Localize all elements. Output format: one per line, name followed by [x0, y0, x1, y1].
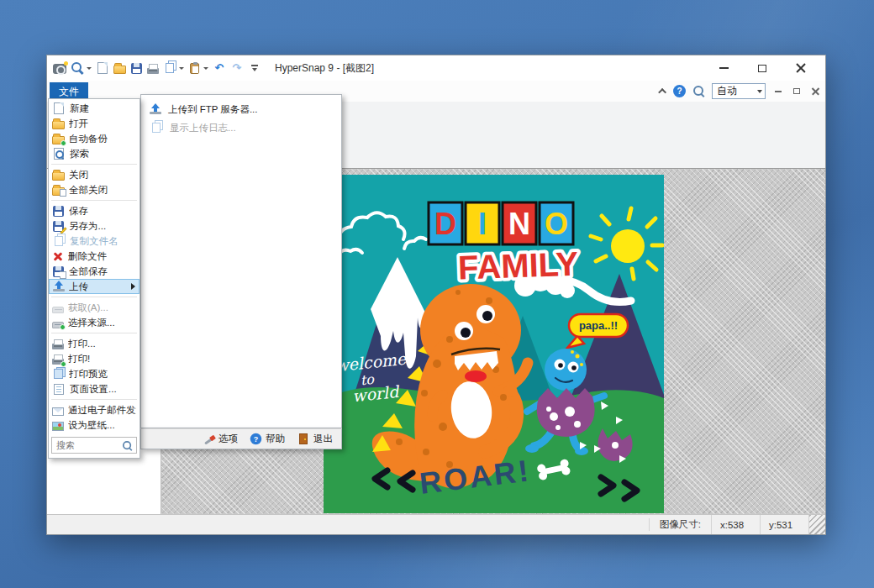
menu-item-acquire[interactable]: 获取(A)... — [49, 300, 140, 315]
menu-item-label: 全部关闭 — [69, 184, 108, 197]
chevron-down-icon[interactable] — [179, 67, 184, 70]
desktop-background: ↶ ↷ HyperSnap 9 - [截图2] 文件 自动 — [0, 0, 874, 588]
maximize-button[interactable] — [753, 60, 771, 76]
submenu-item-label: 显示上传日志... — [170, 122, 236, 134]
quick-access-toolbar: ↶ ↷ — [53, 61, 261, 75]
resize-grip[interactable] — [808, 515, 825, 534]
copy-icon[interactable] — [166, 63, 174, 73]
window-controls — [714, 60, 825, 76]
status-bar: 图像尺寸: x:538 y:531 — [47, 514, 825, 534]
menu-footer: 选项 帮助 退出 — [140, 428, 342, 449]
menu-separator — [51, 164, 137, 165]
menu-item-label: 获取(A)... — [68, 302, 108, 314]
help-label: 帮助 — [266, 433, 285, 445]
page-setup-icon — [54, 384, 64, 395]
block-letter: N — [508, 207, 530, 241]
close-file-icon — [52, 172, 65, 181]
print-icon — [52, 344, 64, 349]
menu-item-save-all[interactable]: 全部保存 — [49, 264, 140, 279]
search-icon[interactable] — [122, 440, 133, 451]
open-file-icon[interactable] — [113, 66, 126, 74]
capture-search-icon[interactable] — [71, 61, 84, 75]
chevron-down-icon[interactable] — [203, 67, 208, 70]
print-icon[interactable] — [147, 68, 159, 74]
menu-item-set-wallpaper[interactable]: 设为壁纸... — [49, 417, 140, 433]
help-icon[interactable] — [673, 85, 686, 97]
menu-item-label: 关闭 — [69, 169, 88, 181]
doc-close-button[interactable] — [809, 86, 821, 97]
save-icon[interactable] — [131, 63, 142, 74]
open-folder-icon — [52, 121, 65, 129]
menu-item-label: 通过电子邮件发送... — [68, 404, 136, 417]
menu-item-auto-backup[interactable]: 自动备份 — [49, 131, 140, 146]
print-preview-icon — [54, 369, 63, 379]
menu-separator — [51, 333, 137, 333]
menu-item-print[interactable]: 打印... — [49, 336, 140, 351]
acquire-icon — [52, 307, 64, 313]
menu-item-open[interactable]: 打开 — [49, 116, 140, 131]
wallpaper-icon — [52, 422, 64, 431]
menu-item-save-as[interactable]: 另存为... — [49, 218, 140, 234]
paste-icon[interactable] — [190, 63, 199, 74]
menu-separator — [51, 399, 137, 400]
menu-item-delete-file[interactable]: 删除文件 — [49, 249, 140, 264]
undo-icon[interactable]: ↶ — [213, 61, 226, 75]
menu-item-upload[interactable]: 上传 — [49, 279, 140, 294]
options-label: 选项 — [218, 433, 238, 445]
submenu-item-upload-ftp[interactable]: 上传到 FTP 服务器... — [141, 100, 341, 118]
menu-item-label: 设为壁纸... — [68, 419, 115, 432]
combo-dropdown[interactable] — [754, 84, 765, 98]
upload-submenu: 上传到 FTP 服务器... 显示上传日志... — [140, 94, 342, 428]
redo-icon[interactable]: ↷ — [230, 61, 244, 75]
save-as-icon — [53, 221, 64, 232]
exit-button[interactable]: 退出 — [297, 433, 333, 445]
menu-item-label: 页面设置... — [70, 383, 117, 396]
menu-separator — [51, 200, 137, 201]
menu-item-send-email[interactable]: 通过电子邮件发送... — [49, 402, 140, 417]
collapse-ribbon-icon[interactable] — [658, 88, 666, 97]
submenu-item-show-upload-log[interactable]: 显示上传日志... — [141, 118, 341, 137]
chevron-down-icon[interactable] — [87, 67, 92, 70]
minimize-button[interactable] — [714, 60, 733, 76]
menu-item-close[interactable]: 关闭 — [49, 167, 140, 182]
menu-item-close-all[interactable]: 全部关闭 — [49, 182, 140, 197]
menu-item-save[interactable]: 保存 — [49, 203, 140, 218]
doc-restore-button[interactable] — [791, 86, 803, 97]
menu-item-print-preview[interactable]: 打印预览 — [49, 366, 140, 381]
menu-item-label: 打印... — [68, 338, 96, 350]
help-icon — [250, 433, 262, 445]
menu-item-label: 复制文件名 — [70, 235, 118, 248]
exit-icon — [299, 433, 308, 444]
menu-item-label: 全部保存 — [69, 265, 108, 278]
submenu-arrow-icon — [131, 283, 135, 290]
menu-item-new[interactable]: 新建 — [49, 101, 140, 116]
upload-log-icon — [152, 123, 161, 133]
close-all-icon — [52, 187, 65, 196]
menu-search-box[interactable] — [51, 437, 137, 454]
block-letter: D — [434, 207, 456, 241]
menu-item-label: 打印! — [68, 353, 90, 365]
zoom-search-icon[interactable] — [692, 85, 705, 97]
titlebar: ↶ ↷ HyperSnap 9 - [截图2] — [47, 55, 825, 81]
customize-toolbar-icon[interactable] — [248, 61, 261, 75]
dino-artwork: D I N O FAMILY welcome to world — [324, 175, 664, 513]
menu-item-copy-filename[interactable]: 复制文件名 — [49, 234, 140, 249]
new-file-icon[interactable] — [97, 62, 108, 74]
menu-item-select-source[interactable]: 选择来源... — [49, 315, 140, 330]
zoom-mode-combobox[interactable]: 自动 — [712, 83, 766, 99]
save-icon — [53, 206, 64, 217]
help-button[interactable]: 帮助 — [250, 433, 285, 445]
menu-item-label: 新建 — [70, 102, 89, 115]
menu-item-print-now[interactable]: 打印! — [49, 351, 140, 366]
options-button[interactable]: 选项 — [203, 433, 238, 445]
image-width-value: x:538 — [711, 515, 760, 534]
tabrow-right-controls: 自动 — [661, 83, 821, 99]
close-button[interactable] — [792, 60, 810, 76]
doc-minimize-button[interactable] — [772, 86, 784, 97]
auto-backup-icon — [52, 136, 65, 144]
family-title: FAMILY — [457, 245, 579, 286]
menu-item-page-setup[interactable]: 页面设置... — [49, 381, 140, 396]
menu-item-label: 另存为... — [69, 220, 106, 233]
menu-search-input[interactable] — [55, 439, 121, 451]
menu-item-explore[interactable]: 探索 — [49, 146, 140, 161]
